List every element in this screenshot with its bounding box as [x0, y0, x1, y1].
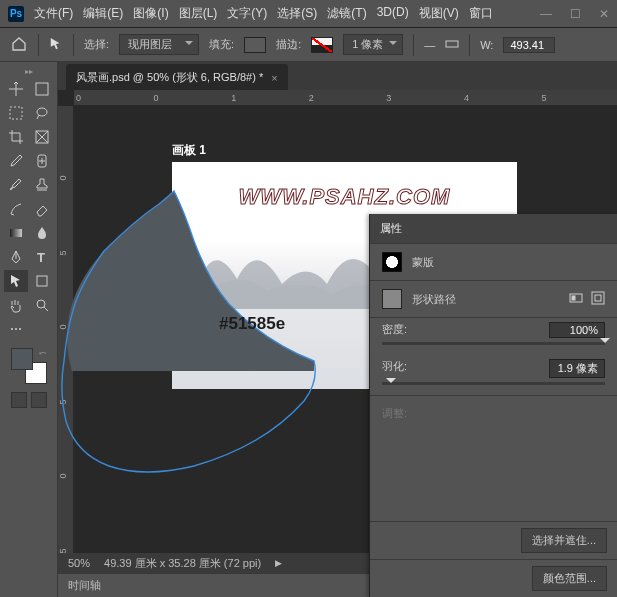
doc-dimensions: 49.39 厘米 x 35.28 厘米 (72 ppi)	[104, 556, 261, 571]
eyedropper-tool[interactable]	[4, 150, 28, 172]
density-slider[interactable]	[382, 342, 605, 345]
color-swatches[interactable]: ⤺	[11, 348, 47, 384]
eraser-tool[interactable]	[30, 198, 54, 220]
panel-footer-2: 颜色范围...	[370, 559, 617, 597]
panel-footer-1: 选择并遮住...	[370, 521, 617, 559]
svg-rect-0	[446, 41, 458, 47]
color-range-button[interactable]: 颜色范围...	[532, 566, 607, 591]
ruler-horizontal: 0012345	[74, 90, 617, 106]
svg-text:T: T	[37, 250, 45, 265]
vector-mask-icon[interactable]	[591, 291, 605, 307]
move-tool[interactable]	[4, 78, 28, 100]
shape-tool[interactable]	[30, 270, 54, 292]
zoom-level[interactable]: 50%	[68, 557, 90, 569]
minimize-icon[interactable]: —	[540, 7, 552, 21]
menu-view[interactable]: 视图(V)	[419, 5, 459, 22]
window-controls: — ☐ ✕	[540, 7, 609, 21]
feather-slider[interactable]	[382, 382, 605, 385]
panel-title[interactable]: 属性	[370, 214, 617, 244]
artboard-tool[interactable]	[30, 78, 54, 100]
home-icon[interactable]	[10, 36, 28, 54]
document-tab[interactable]: 风景画.psd @ 50% (形状 6, RGB/8#) * ×	[66, 64, 288, 90]
mask-label: 蒙版	[412, 255, 434, 270]
history-brush-tool[interactable]	[4, 198, 28, 220]
menu-image[interactable]: 图像(I)	[133, 5, 168, 22]
ellipsis-tool[interactable]	[4, 318, 28, 340]
maximize-icon[interactable]: ☐	[570, 7, 581, 21]
artboard-label[interactable]: 画板 1	[172, 142, 206, 159]
separator	[73, 34, 74, 56]
fill-label: 填充:	[209, 37, 234, 52]
svg-point-11	[15, 328, 17, 330]
stamp-tool[interactable]	[30, 174, 54, 196]
type-tool[interactable]: T	[30, 246, 54, 268]
align-icon[interactable]	[445, 37, 459, 53]
quick-mask-icon[interactable]	[11, 392, 27, 408]
select-label: 选择:	[84, 37, 109, 52]
separator	[469, 34, 470, 56]
path-select-tool[interactable]	[4, 270, 28, 292]
foreground-color[interactable]	[11, 348, 33, 370]
quick-mask-toggles	[11, 392, 47, 408]
stroke-label: 描边:	[276, 37, 301, 52]
select-and-mask-button[interactable]: 选择并遮住...	[521, 528, 607, 553]
blur-tool[interactable]	[30, 222, 54, 244]
main-menu: 文件(F) 编辑(E) 图像(I) 图层(L) 文字(Y) 选择(S) 滤镜(T…	[34, 5, 540, 22]
select-dropdown[interactable]: 现用图层	[119, 34, 199, 55]
watermark-text: WWW.PSAHZ.COM	[239, 184, 451, 210]
svg-rect-2	[10, 107, 22, 119]
title-bar: Ps 文件(F) 编辑(E) 图像(I) 图层(L) 文字(Y) 选择(S) 滤…	[0, 0, 617, 28]
properties-panel: 属性 蒙版 形状路径 密度: 100% 羽化: 1.9 像素 调整: 选择并遮住…	[369, 214, 617, 597]
marquee-tool[interactable]	[4, 102, 28, 124]
svg-rect-14	[572, 296, 575, 300]
feather-row: 羽化: 1.9 像素	[370, 355, 617, 395]
menu-layer[interactable]: 图层(L)	[179, 5, 218, 22]
stroke-width-dropdown[interactable]: 1 像素	[343, 34, 403, 55]
gradient-tool[interactable]	[4, 222, 28, 244]
toolbox-expand-icon[interactable]: ▸▸	[4, 66, 53, 76]
close-icon[interactable]: ✕	[599, 7, 609, 21]
menu-window[interactable]: 窗口	[469, 5, 493, 22]
tab-title: 风景画.psd @ 50% (形状 6, RGB/8#) *	[76, 70, 263, 85]
zoom-tool[interactable]	[30, 294, 54, 316]
screen-mode-icon[interactable]	[31, 392, 47, 408]
stroke-swatch[interactable]	[311, 37, 333, 53]
path-select-icon[interactable]	[49, 37, 63, 53]
density-row: 密度: 100%	[370, 318, 617, 355]
hex-annotation: #51585e	[219, 314, 285, 334]
pen-tool[interactable]	[4, 246, 28, 268]
menu-select[interactable]: 选择(S)	[277, 5, 317, 22]
menu-type[interactable]: 文字(Y)	[227, 5, 267, 22]
adjust-label: 调整:	[370, 396, 617, 431]
menu-edit[interactable]: 编辑(E)	[83, 5, 123, 22]
svg-rect-16	[595, 295, 601, 301]
svg-rect-6	[10, 229, 22, 237]
shape-path-row: 形状路径	[370, 281, 617, 317]
ruler-vertical: 050505	[58, 106, 74, 553]
menu-filter[interactable]: 滤镜(T)	[327, 5, 366, 22]
mask-thumb-icon[interactable]	[382, 252, 402, 272]
hand-tool[interactable]	[4, 294, 28, 316]
width-input[interactable]: 493.41	[503, 37, 555, 53]
menu-3d[interactable]: 3D(D)	[377, 5, 409, 22]
feather-value[interactable]: 1.9 像素	[549, 359, 605, 378]
lasso-tool[interactable]	[30, 102, 54, 124]
pixel-mask-icon[interactable]	[569, 291, 583, 307]
fill-swatch[interactable]	[244, 37, 266, 53]
options-bar: 选择: 现用图层 填充: 描边: 1 像素 — W: 493.41	[0, 28, 617, 62]
density-value[interactable]: 100%	[549, 322, 605, 338]
dash-icon[interactable]: —	[424, 39, 435, 51]
swap-colors-icon[interactable]: ⤺	[39, 348, 47, 358]
toolbox: ▸▸ T ⤺	[0, 62, 58, 597]
w-label: W:	[480, 39, 493, 51]
svg-point-3	[37, 108, 47, 116]
frame-tool[interactable]	[30, 126, 54, 148]
svg-point-10	[11, 328, 13, 330]
status-arrow-icon[interactable]: ▶	[275, 558, 282, 568]
crop-tool[interactable]	[4, 126, 28, 148]
shape-thumb-icon[interactable]	[382, 289, 402, 309]
heal-tool[interactable]	[30, 150, 54, 172]
menu-file[interactable]: 文件(F)	[34, 5, 73, 22]
tab-close-icon[interactable]: ×	[271, 72, 277, 84]
brush-tool[interactable]	[4, 174, 28, 196]
